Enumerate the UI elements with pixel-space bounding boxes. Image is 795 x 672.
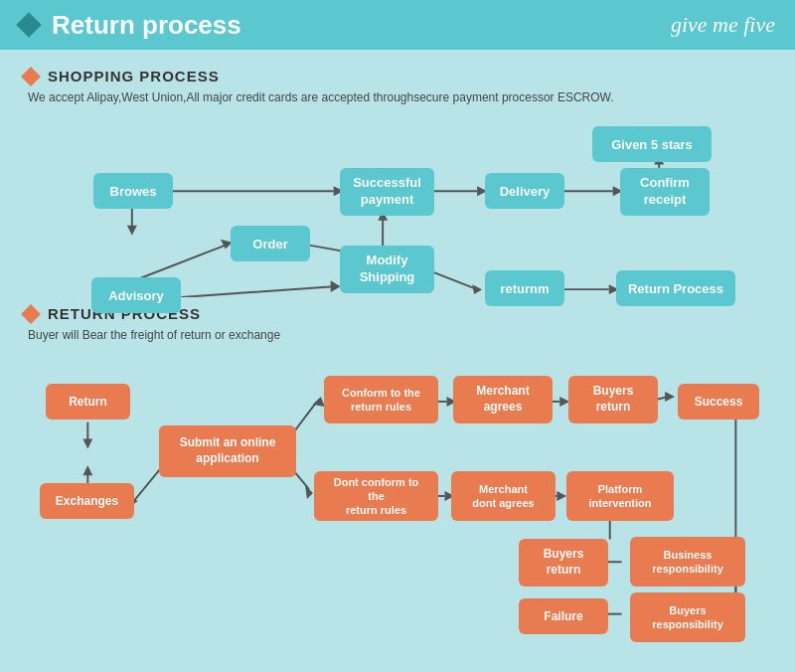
- box-browes: Browes: [93, 173, 173, 209]
- box-delivery: Delivery: [485, 173, 564, 209]
- box-business-responsibility: Businessresponsibility: [630, 537, 745, 587]
- box-return-process: Return Process: [616, 270, 735, 306]
- svg-marker-24: [82, 465, 92, 475]
- box-dont-conform-return-rules: Dont conform to thereturn rules: [314, 471, 438, 521]
- box-submit-application: Submit an onlineapplication: [159, 425, 296, 477]
- box-returnm: returnm: [485, 270, 564, 306]
- box-buyers-responsibility: Buyersresponsibility: [630, 592, 745, 642]
- return-diamond-icon: [21, 304, 41, 324]
- svg-marker-40: [556, 491, 566, 501]
- shopping-diamond-icon: [21, 67, 41, 86]
- header-logo: give me five: [671, 12, 775, 38]
- box-buyers-return-2: Buyersreturn: [519, 539, 608, 587]
- header: Return process give me five: [0, 0, 795, 50]
- box-merchant-agrees: Merchantagrees: [453, 376, 553, 423]
- shopping-section-header: SHOPPING PROCESS: [24, 68, 771, 84]
- shopping-description: We accept Alipay,West Union,All major cr…: [28, 90, 771, 104]
- box-confirm-receipt: Confirmreceipt: [620, 168, 710, 216]
- box-exchanges: Exchanges: [40, 483, 134, 519]
- svg-marker-10: [472, 284, 482, 294]
- header-title: Return process: [52, 10, 241, 41]
- svg-line-9: [427, 269, 477, 289]
- svg-line-5: [137, 246, 226, 280]
- svg-line-19: [181, 286, 333, 297]
- box-buyers-return-1: Buyersreturn: [568, 376, 658, 423]
- svg-marker-28: [305, 485, 313, 499]
- return-description: Buyer will Bear the freight of return or…: [28, 328, 771, 342]
- box-return: Return: [46, 384, 130, 420]
- box-order: Order: [231, 226, 310, 261]
- box-successful-payment: Successfulpayment: [340, 168, 434, 216]
- shopping-title: SHOPPING PROCESS: [48, 68, 220, 84]
- box-given5stars: Given 5 stars: [592, 126, 712, 162]
- box-advisory: Advisory: [91, 277, 181, 313]
- box-platform-intervention: Platformintervention: [566, 471, 674, 521]
- svg-marker-22: [82, 439, 92, 449]
- return-flow: Return Exchanges Submit an onlineapplica…: [24, 356, 771, 624]
- shopping-flow: Browes Order Advisory ModifyShipping Suc…: [24, 118, 771, 297]
- svg-marker-3: [127, 226, 137, 236]
- svg-marker-36: [665, 392, 675, 402]
- box-conform-return-rules: Conform to thereturn rules: [324, 376, 438, 423]
- box-success: Success: [678, 384, 759, 420]
- box-merchant-dont-agrees: Merchantdont agrees: [451, 471, 556, 521]
- header-diamond-icon: [16, 12, 41, 37]
- box-failure: Failure: [519, 598, 608, 634]
- svg-marker-26: [313, 397, 325, 407]
- box-modify-shipping: ModifyShipping: [340, 246, 434, 293]
- svg-line-29: [134, 467, 162, 501]
